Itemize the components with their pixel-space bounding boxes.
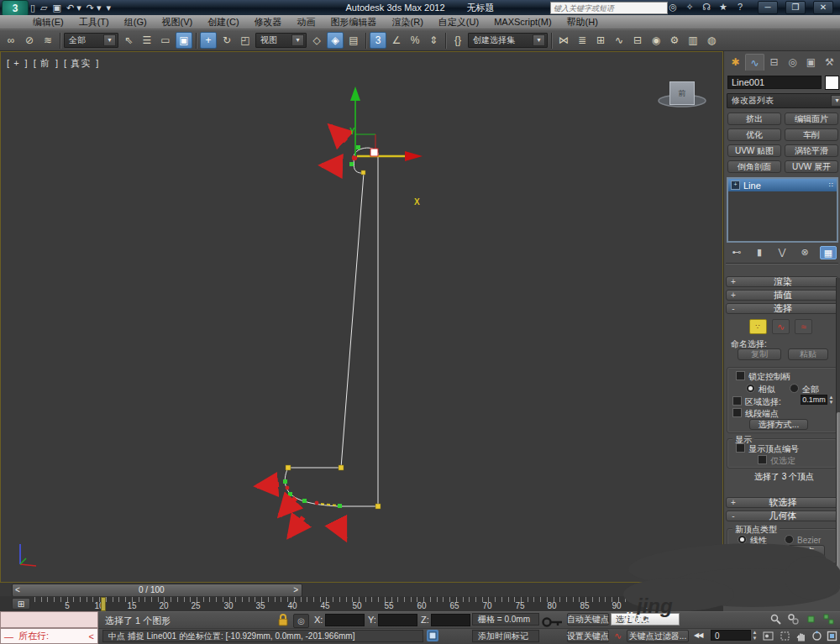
expand-icon[interactable]: + bbox=[731, 181, 740, 190]
key-mode-toggle-icon[interactable] bbox=[761, 630, 775, 642]
spline-subobject-button[interactable]: ≈ bbox=[795, 319, 812, 334]
new-file-icon[interactable]: ▯ bbox=[30, 3, 35, 13]
zoom-extents-all-icon[interactable] bbox=[822, 613, 836, 626]
toolbar-options-icon[interactable]: ▾ bbox=[107, 3, 112, 13]
viewport-menu-shading[interactable]: [ 真实 ] bbox=[64, 58, 99, 68]
maximize-button[interactable]: ❐ bbox=[785, 1, 806, 14]
modifier-button[interactable]: 涡轮平滑 bbox=[785, 144, 838, 157]
hierarchy-tab-icon[interactable]: ⊟ bbox=[765, 54, 783, 70]
select-object-icon[interactable]: ⇖ bbox=[120, 32, 137, 49]
select-by-name-icon[interactable]: ☰ bbox=[139, 32, 155, 49]
radio-icon[interactable] bbox=[738, 535, 747, 544]
remove-modifier-icon[interactable]: ⊗ bbox=[797, 246, 812, 258]
absolute-mode-transform-icon[interactable]: ◎ bbox=[293, 614, 309, 628]
viewport-label[interactable]: [ + ] [ 前 ] [ 真实 ] bbox=[7, 57, 101, 70]
alike-radio[interactable]: 相似 bbox=[746, 384, 775, 395]
search-icon[interactable]: ◎ bbox=[666, 2, 680, 13]
z-coordinate-field[interactable] bbox=[431, 614, 470, 626]
time-slider-handle[interactable]: < 0 / 100 > bbox=[12, 584, 302, 597]
open-file-icon[interactable]: ▱ bbox=[40, 3, 47, 13]
select-and-link-icon[interactable]: ∞ bbox=[3, 32, 19, 49]
pan-hand-icon[interactable] bbox=[795, 630, 809, 642]
modifier-button[interactable]: UVW 贴图 bbox=[727, 144, 781, 157]
open-mini-curve-editor-icon[interactable]: ⊞ bbox=[12, 598, 30, 610]
selection-set-dropdown[interactable]: 选定对象 bbox=[611, 613, 680, 626]
menu-item[interactable]: 自定义(U) bbox=[431, 15, 486, 29]
render-production-icon[interactable]: ◍ bbox=[703, 32, 720, 49]
show-vertex-numbers-checkbox[interactable]: 显示顶点编号 bbox=[736, 443, 799, 455]
chevron-down-icon[interactable]: ▾ bbox=[831, 95, 840, 107]
scrollbar-handle[interactable] bbox=[837, 412, 840, 576]
zoom-region-icon[interactable] bbox=[778, 630, 792, 642]
x-coordinate-field[interactable] bbox=[325, 614, 365, 626]
modifier-button[interactable]: 优化 bbox=[727, 128, 781, 141]
frame-spinner-icon[interactable]: ▲▼ bbox=[752, 630, 758, 641]
orbit-icon[interactable] bbox=[810, 630, 824, 642]
rollout-interpolation[interactable]: +插值 bbox=[726, 290, 838, 301]
layer-manager-icon[interactable]: ⊞ bbox=[592, 32, 609, 49]
bezier-radio[interactable]: Bezier bbox=[785, 535, 821, 545]
selection-lock-icon[interactable] bbox=[277, 614, 289, 626]
add-time-tag-button[interactable]: 添加时间标记 bbox=[472, 630, 539, 642]
key-filters-button[interactable]: 关键点过滤器... bbox=[627, 630, 689, 642]
select-and-rotate-icon[interactable]: ↻ bbox=[218, 32, 235, 49]
auto-key-button[interactable]: 自动关键点 bbox=[567, 613, 609, 626]
checkbox-icon[interactable] bbox=[736, 371, 745, 380]
set-keys-icon[interactable] bbox=[542, 616, 564, 628]
communication-center-icon[interactable]: ☊ bbox=[700, 2, 713, 13]
maxscript-listener-line[interactable]: — 所在行: < bbox=[0, 628, 98, 644]
undo-icon[interactable]: ↶ ▾ bbox=[66, 3, 81, 13]
menu-item[interactable]: 帮助(H) bbox=[559, 15, 606, 29]
zoom-all-icon[interactable] bbox=[786, 613, 801, 626]
select-by-button[interactable]: 选择方式... bbox=[749, 419, 808, 430]
rollout-rendering[interactable]: +渲染 bbox=[726, 276, 838, 287]
help-icon[interactable]: ? bbox=[733, 2, 747, 13]
select-and-move-icon[interactable]: + bbox=[200, 32, 217, 49]
angle-snap-icon[interactable]: ∠ bbox=[388, 32, 405, 49]
percent-snap-icon[interactable]: % bbox=[407, 32, 423, 49]
chevron-down-icon[interactable]: ▾ bbox=[291, 34, 304, 46]
previous-frame-arrow[interactable]: < bbox=[15, 585, 20, 594]
viewport-menu-general[interactable]: [ + ] bbox=[7, 58, 29, 68]
area-selection-value[interactable]: 0.1mm bbox=[801, 395, 827, 405]
infocenter-search-input[interactable] bbox=[550, 2, 668, 14]
selected-only-checkbox[interactable]: 仅选定 bbox=[758, 455, 795, 467]
chevron-down-icon[interactable]: ▾ bbox=[103, 34, 116, 46]
menu-item[interactable]: 图形编辑器 bbox=[323, 15, 385, 29]
reference-coordinate-dropdown[interactable]: 视图▾ bbox=[255, 33, 307, 48]
maximize-viewport-toggle-icon[interactable] bbox=[825, 630, 839, 642]
paste-button[interactable]: 粘贴 bbox=[788, 348, 828, 360]
menu-item[interactable]: 动画 bbox=[290, 15, 323, 29]
maxscript-mini-listener[interactable] bbox=[0, 611, 98, 628]
window-crossing-icon[interactable]: ▣ bbox=[176, 32, 192, 49]
listener-collapse-icon[interactable]: < bbox=[89, 631, 94, 641]
schematic-view-icon[interactable]: ⊟ bbox=[629, 32, 646, 49]
object-color-swatch[interactable] bbox=[825, 76, 839, 90]
menu-item[interactable]: 工具(T) bbox=[71, 15, 117, 29]
checkbox-icon[interactable] bbox=[732, 396, 742, 406]
adaptive-degradation-icon[interactable] bbox=[427, 630, 438, 641]
menu-item[interactable]: 创建(C) bbox=[200, 15, 246, 29]
menu-item[interactable]: 视图(V) bbox=[155, 15, 201, 29]
menu-item[interactable]: 渲染(R) bbox=[385, 15, 431, 29]
rollout-geometry[interactable]: -几何体 bbox=[726, 510, 838, 521]
modifier-stack[interactable]: + Line ∷ bbox=[727, 177, 838, 243]
make-unique-icon[interactable]: ⋁ bbox=[774, 246, 790, 258]
all-radio[interactable]: 全部 bbox=[790, 384, 819, 395]
modifier-button[interactable]: 倒角剖面 bbox=[727, 160, 781, 173]
rendered-frame-window-icon[interactable]: ▥ bbox=[685, 32, 701, 49]
display-tab-icon[interactable]: ▣ bbox=[802, 54, 820, 70]
area-selection-checkbox[interactable]: 区域选择: bbox=[732, 396, 781, 408]
segment-subobject-button[interactable]: ∿ bbox=[772, 319, 790, 334]
y-coordinate-field[interactable] bbox=[378, 614, 417, 626]
menu-item[interactable]: MAXScript(M) bbox=[486, 16, 559, 28]
viewcube[interactable]: 前 bbox=[669, 81, 695, 105]
checkbox-icon[interactable] bbox=[758, 455, 767, 464]
keyboard-shortcut-override-icon[interactable]: ▤ bbox=[345, 32, 362, 49]
favorites-star-icon[interactable]: ★ bbox=[717, 2, 730, 13]
utilities-tab-icon[interactable]: ⚒ bbox=[821, 54, 838, 70]
spinner-arrows-icon[interactable]: ▲▼ bbox=[828, 395, 834, 405]
unlink-selection-icon[interactable]: ⊘ bbox=[21, 32, 38, 49]
rectangular-selection-region-icon[interactable]: ▭ bbox=[157, 32, 174, 49]
radio-icon[interactable] bbox=[785, 535, 794, 544]
